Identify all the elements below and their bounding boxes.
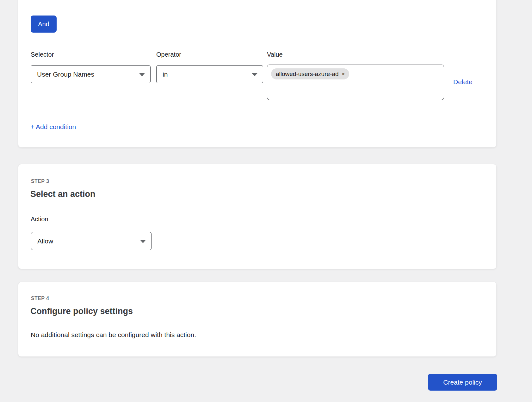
- selector-label: Selector: [31, 51, 54, 58]
- delete-condition-link[interactable]: Delete: [453, 78, 473, 86]
- policy-builder-page: And Selector Operator Value User Group N…: [0, 0, 532, 402]
- operator-dropdown-value: in: [163, 71, 168, 78]
- create-policy-button[interactable]: Create policy: [428, 374, 497, 391]
- remove-tag-icon[interactable]: ✕: [342, 72, 345, 76]
- and-connector-button[interactable]: And: [31, 16, 57, 33]
- value-multiselect-input[interactable]: allowed-users-azure-ad ✕: [267, 65, 444, 100]
- chevron-down-icon: [139, 73, 145, 76]
- chevron-down-icon: [140, 240, 146, 243]
- value-tag: allowed-users-azure-ad ✕: [271, 68, 349, 79]
- action-label: Action: [31, 216, 48, 223]
- step3-step-label: STEP 3: [31, 179, 49, 184]
- action-dropdown-value: Allow: [37, 237, 53, 245]
- step3-card: STEP 3 Select an action Action Allow: [18, 164, 497, 269]
- step4-settings-note: No additional settings can be configured…: [31, 331, 196, 339]
- selector-dropdown-value: User Group Names: [37, 71, 94, 78]
- value-label: Value: [267, 51, 283, 58]
- action-dropdown[interactable]: Allow: [31, 232, 152, 250]
- chevron-down-icon: [252, 73, 257, 76]
- condition-card: And Selector Operator Value User Group N…: [18, 0, 497, 148]
- step4-step-label: STEP 4: [31, 296, 49, 301]
- operator-dropdown[interactable]: in: [156, 65, 263, 83]
- value-tag-text: allowed-users-azure-ad: [276, 71, 339, 78]
- selector-dropdown[interactable]: User Group Names: [31, 65, 151, 83]
- step4-card: STEP 4 Configure policy settings No addi…: [18, 282, 497, 357]
- add-condition-link[interactable]: + Add condition: [30, 123, 76, 131]
- step4-title: Configure policy settings: [30, 306, 133, 316]
- step3-title: Select an action: [30, 189, 96, 199]
- operator-label: Operator: [156, 51, 181, 58]
